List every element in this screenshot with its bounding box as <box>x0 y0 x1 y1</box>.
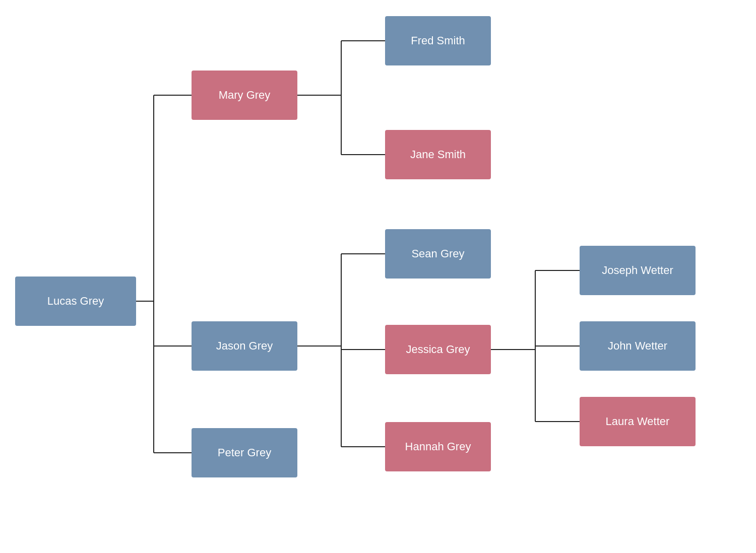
node-laura[interactable]: Laura Wetter <box>580 397 696 446</box>
node-mary[interactable]: Mary Grey <box>192 71 297 120</box>
node-fred[interactable]: Fred Smith <box>385 16 491 65</box>
tree-container: Lucas GreyMary GreyJason GreyPeter GreyF… <box>0 0 756 553</box>
node-john[interactable]: John Wetter <box>580 321 696 371</box>
node-hannah[interactable]: Hannah Grey <box>385 422 491 471</box>
node-peter[interactable]: Peter Grey <box>192 428 297 477</box>
node-sean[interactable]: Sean Grey <box>385 229 491 279</box>
node-joseph[interactable]: Joseph Wetter <box>580 246 696 295</box>
node-jane[interactable]: Jane Smith <box>385 130 491 179</box>
node-jason[interactable]: Jason Grey <box>192 321 297 371</box>
node-lucas[interactable]: Lucas Grey <box>15 276 136 326</box>
node-jessica[interactable]: Jessica Grey <box>385 325 491 374</box>
